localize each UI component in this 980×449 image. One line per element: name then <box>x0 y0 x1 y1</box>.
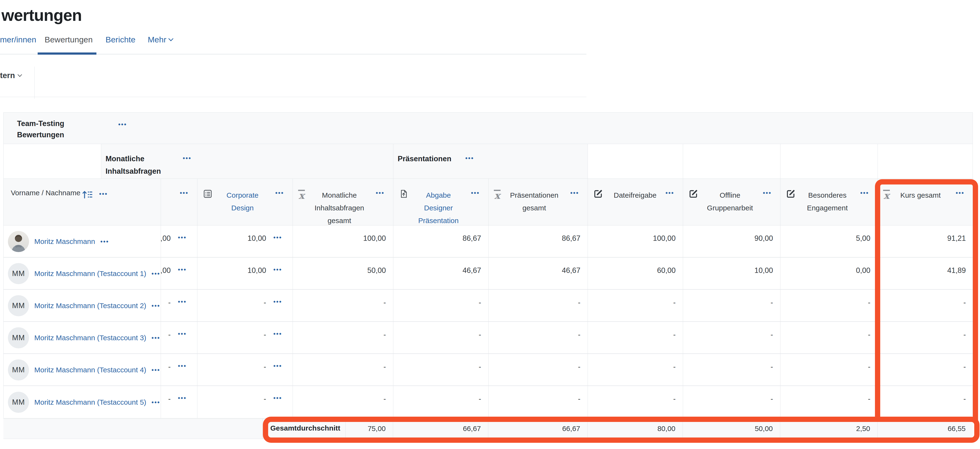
column-link[interactable]: Abgabe Designer Präsentation <box>412 189 465 227</box>
grade-cell[interactable]: 10,00••• <box>197 225 293 257</box>
grade-cell[interactable]: -••• <box>161 322 197 354</box>
grade-cell[interactable]: -••• <box>161 386 197 418</box>
grade-cell: - <box>293 354 393 386</box>
grade-cell[interactable]: -••• <box>161 354 197 386</box>
menu-icon[interactable]: ••• <box>99 190 108 197</box>
filter-button[interactable]: tern <box>0 71 21 80</box>
grade-cell: - <box>488 322 588 354</box>
menu-icon[interactable]: ••• <box>275 189 284 197</box>
grade-cell[interactable]: 10,00••• <box>197 257 293 289</box>
column-header-abgabe: Abgabe Designer Präsentation ••• <box>393 179 488 225</box>
grade-cell[interactable]: -••• <box>197 386 293 418</box>
column-label: Kurs gesamt <box>894 189 947 201</box>
menu-icon[interactable]: ••• <box>274 298 282 305</box>
name-header-label: Vorname / Nachname <box>11 189 80 197</box>
menu-icon[interactable]: ••• <box>376 189 385 197</box>
menu-icon[interactable]: ••• <box>665 189 674 197</box>
menu-icon[interactable]: ••• <box>274 394 282 401</box>
tab-berichte[interactable]: Berichte <box>105 35 135 44</box>
mean-xbar-icon: x <box>298 189 306 227</box>
menu-icon[interactable]: ••• <box>956 189 964 197</box>
grade-cell[interactable]: -••• <box>161 290 197 321</box>
grade-value: 86,67 <box>462 234 481 243</box>
student-name-link[interactable]: Moritz Maschmann (Testaccount 4) <box>34 366 146 374</box>
menu-icon[interactable]: ••• <box>274 266 282 273</box>
edit-pen-square-icon <box>786 189 796 199</box>
menu-icon[interactable]: ••• <box>151 334 160 341</box>
grade-value: - <box>578 362 581 371</box>
menu-icon[interactable]: ••• <box>178 362 186 370</box>
grade-cell: 60,00 <box>588 257 683 289</box>
grade-cell: - <box>683 290 780 321</box>
grade-value: 10,00 <box>754 266 773 275</box>
grade-value: 90,00 <box>754 234 773 243</box>
grade-value: - <box>868 330 870 339</box>
student-name-link[interactable]: Moritz Maschmann <box>34 238 95 246</box>
avatar[interactable] <box>8 231 29 252</box>
grade-value: 100,00 <box>653 234 676 243</box>
grade-cell: 10,00 <box>683 257 780 289</box>
student-name-link[interactable]: Moritz Maschmann (Testaccount 3) <box>34 334 146 342</box>
student-name-link[interactable]: Moritz Maschmann (Testaccount 5) <box>34 398 146 406</box>
grade-cell: 0,00 <box>780 257 878 289</box>
menu-icon[interactable]: ••• <box>151 270 160 277</box>
avatar[interactable]: MM <box>8 392 29 413</box>
menu-icon[interactable]: ••• <box>763 189 772 197</box>
chevron-down-icon <box>18 72 22 77</box>
student-cell: Moritz Maschmann ••• <box>3 225 161 257</box>
menu-icon[interactable]: ••• <box>180 189 189 197</box>
tab-bewertungen[interactable]: Bewertungen <box>45 35 92 44</box>
sort-ascending-icon[interactable] <box>82 189 93 199</box>
menu-icon[interactable]: ••• <box>178 266 186 273</box>
menu-icon[interactable]: ••• <box>178 298 186 305</box>
grade-cell[interactable]: -••• <box>197 290 293 321</box>
grade-cell-course-total: - <box>878 354 973 386</box>
tab-mehr[interactable]: Mehr <box>148 35 173 44</box>
grade-value: - <box>264 298 266 307</box>
avatar[interactable]: MM <box>8 359 29 381</box>
menu-icon[interactable]: ••• <box>118 121 127 128</box>
menu-icon[interactable]: ••• <box>274 330 282 337</box>
menu-icon[interactable]: ••• <box>178 394 186 401</box>
group-label: Monatliche Inhaltsabfragen <box>105 152 188 178</box>
grade-value: - <box>383 298 386 307</box>
menu-icon[interactable]: ••• <box>151 399 160 406</box>
menu-icon[interactable]: ••• <box>471 189 480 197</box>
table-row: MM Moritz Maschmann (Testaccount 1) ••• … <box>3 257 972 290</box>
column-link[interactable]: Corporate Design <box>216 189 269 214</box>
student-cell: MM Moritz Maschmann (Testaccount 3) ••• <box>3 322 161 354</box>
student-name-link[interactable]: Moritz Maschmann (Testaccount 2) <box>34 301 146 310</box>
menu-icon[interactable]: ••• <box>570 189 579 197</box>
menu-icon[interactable]: ••• <box>178 330 186 337</box>
avatar[interactable]: MM <box>8 263 29 284</box>
average-value: 66,67 <box>393 419 488 439</box>
column-header-offline: Offline Gruppenarbeit ••• <box>683 179 780 225</box>
menu-icon[interactable]: ••• <box>151 366 160 373</box>
grade-value: - <box>868 298 870 307</box>
average-spacer <box>3 419 262 439</box>
menu-icon[interactable]: ••• <box>860 189 869 197</box>
grade-cell[interactable]: ,00••• <box>161 257 197 289</box>
grade-value: - <box>673 330 676 339</box>
avatar-initials: MM <box>12 398 25 406</box>
column-header-hidden-item: ••• <box>161 179 197 225</box>
grade-cell: - <box>780 354 878 386</box>
menu-icon[interactable]: ••• <box>465 154 474 162</box>
category-title: Team-Testing Bewertungen <box>17 118 103 140</box>
avatar[interactable]: MM <box>8 295 29 316</box>
grade-cell[interactable]: ,00••• <box>161 225 197 257</box>
menu-icon[interactable]: ••• <box>151 302 160 309</box>
grade-cell-course-total: 41,89 <box>878 257 973 289</box>
grade-cell[interactable]: -••• <box>197 322 293 354</box>
grade-value: - <box>264 395 266 403</box>
student-name-link[interactable]: Moritz Maschmann (Testaccount 1) <box>34 270 146 278</box>
menu-icon[interactable]: ••• <box>274 234 282 241</box>
column-header-kurs-gesamt: x Kurs gesamt ••• <box>878 179 973 225</box>
menu-icon[interactable]: ••• <box>178 234 186 241</box>
menu-icon[interactable]: ••• <box>100 238 109 245</box>
menu-icon[interactable]: ••• <box>183 154 191 162</box>
tab-teilnehmer[interactable]: mer/innen <box>0 35 36 44</box>
grade-cell[interactable]: -••• <box>197 354 293 386</box>
menu-icon[interactable]: ••• <box>274 362 282 370</box>
avatar[interactable]: MM <box>8 327 29 348</box>
